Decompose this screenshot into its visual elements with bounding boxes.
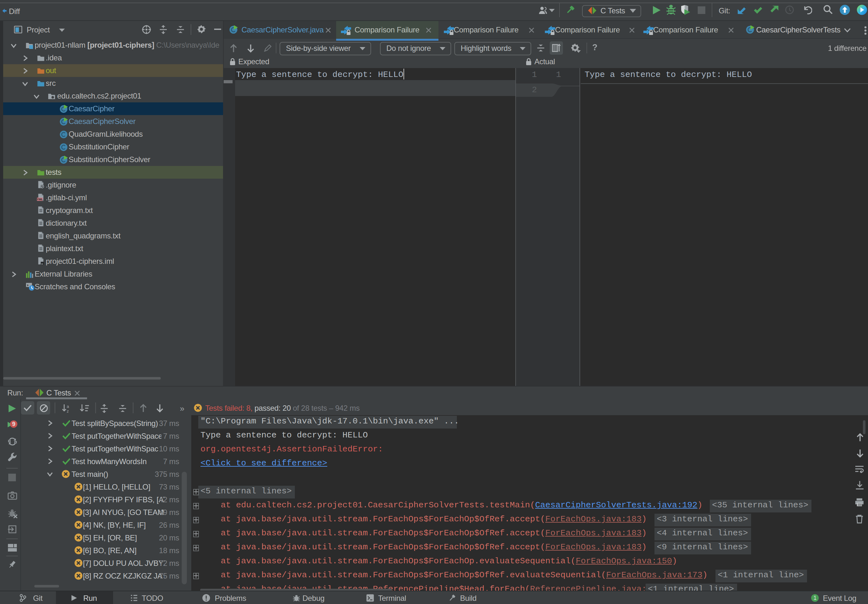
svg-text:1: 1 — [813, 595, 817, 601]
svg-text:9: 9 — [12, 421, 15, 427]
svg-text:z: z — [67, 408, 69, 413]
svg-text:YML: YML — [37, 198, 43, 201]
svg-text:a: a — [67, 404, 69, 408]
